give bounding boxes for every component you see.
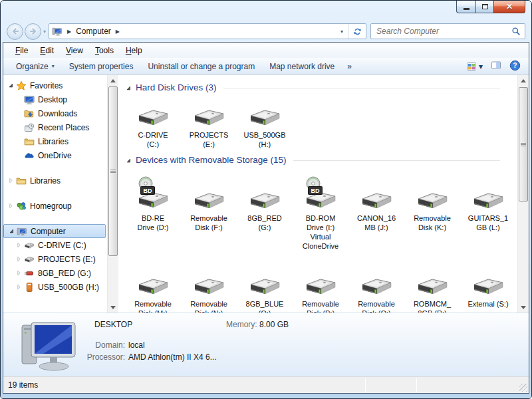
drive-item-bd-rom-drive-i-virtual-clonedrive[interactable]: BDBD-ROMDrive (I:)VirtualCloneDrive — [293, 174, 348, 251]
content-scrollbar[interactable] — [517, 75, 529, 313]
scroll-up-arrow[interactable] — [518, 75, 529, 86]
sidebar-item-libraries[interactable]: Libraries — [3, 134, 106, 148]
expander-open-icon[interactable] — [7, 226, 17, 236]
views-button[interactable]: ▾ — [466, 61, 483, 72]
expander-closed-icon[interactable] — [6, 201, 16, 211]
expander-open-icon[interactable] — [6, 80, 16, 90]
expander-closed-icon[interactable] — [14, 282, 24, 292]
menu-file[interactable]: File — [9, 46, 34, 55]
address-bar[interactable]: ▶ Computer ▶ ▾ — [49, 23, 366, 39]
drive-label: RemovableDisk (M:) — [134, 299, 172, 313]
refresh-icon — [352, 27, 362, 37]
expander-closed-icon[interactable] — [14, 268, 24, 278]
expander-closed-icon[interactable] — [14, 254, 24, 264]
drive-item-8gb-red-g[interactable]: 8GB_RED(G:) — [237, 174, 293, 232]
drive-item-removable-disk-k[interactable]: RemovableDisk (K:) — [404, 174, 460, 232]
breadcrumb-arrow-icon[interactable]: ▶ — [116, 29, 120, 35]
expander-spacer — [14, 122, 24, 132]
sidebar-item-usb-500gb-h[interactable]: USB_500GB (H:) — [3, 280, 106, 294]
client-area: FileEditViewToolsHelp Organize▾ System p… — [3, 42, 529, 394]
menu-tools[interactable]: Tools — [89, 46, 120, 55]
hdd-icon — [24, 240, 35, 251]
drive-item-removable-disk-m[interactable]: RemovableDisk (M:) — [125, 259, 181, 313]
sidebar-item-homegroup[interactable]: Homegroup — [3, 199, 106, 213]
drive-item-c-drive-c[interactable]: C-DRIVE(C:) — [125, 101, 181, 149]
drive-item-removable-disk-q[interactable]: RemovableDisk (Q:) — [348, 259, 404, 313]
group-header[interactable]: Devices with Removable Storage (15) — [125, 155, 517, 165]
sidebar-item-downloads[interactable]: Downloads — [3, 106, 106, 120]
system-properties-button[interactable]: System properties — [62, 62, 141, 71]
drive-item-canon-16-mb-j[interactable]: CANON_16MB (J:) — [348, 174, 404, 232]
preview-pane-button[interactable] — [491, 60, 501, 72]
drive-item-usb-500gb-h[interactable]: USB_500GB(H:) — [237, 101, 293, 149]
toolbar-overflow-button[interactable]: » — [342, 62, 357, 71]
resize-grip[interactable] — [519, 384, 527, 392]
drive-item-removable-disk-p[interactable]: RemovableDisk (P:) — [293, 259, 348, 313]
sidebar-item-computer[interactable]: Computer — [3, 224, 106, 238]
drive-item-bd-re-drive-d[interactable]: BDBD-REDrive (D:) — [125, 174, 181, 232]
drive-item-external-s[interactable]: External (S:) — [460, 259, 516, 309]
forward-button[interactable] — [25, 23, 41, 40]
sidebar-item-favorites[interactable]: Favorites — [3, 78, 106, 92]
back-button[interactable] — [7, 23, 23, 40]
recent-pages-dropdown[interactable]: ▾ — [43, 29, 46, 35]
close-button[interactable]: ✕ — [493, 1, 525, 13]
search-input[interactable] — [375, 26, 511, 37]
search-icon[interactable] — [511, 27, 521, 36]
address-dropdown-icon[interactable]: ▾ — [336, 29, 348, 35]
content-scrollbar-thumb[interactable] — [519, 87, 528, 201]
drive-item-removable-disk-n[interactable]: RemovableDisk (N:) — [181, 259, 237, 313]
maximize-button[interactable] — [475, 1, 493, 13]
sidebar-item-label: USB_500GB (H:) — [38, 283, 99, 292]
menu-help[interactable]: Help — [120, 46, 148, 55]
group-header[interactable]: Hard Disk Drives (3) — [125, 82, 517, 92]
help-button[interactable]: ? — [509, 60, 521, 73]
drive-item-robmcm-8gb-r[interactable]: ROBMCM_8GB (R:) — [404, 259, 460, 313]
scroll-down-arrow[interactable] — [518, 302, 529, 313]
drive-item-guitars-1-gb-l[interactable]: GUITARS_1GB (L:) — [460, 174, 516, 232]
drive-item-projects-e[interactable]: PROJECTS(E:) — [181, 101, 237, 149]
sidebar-item-c-drive-c[interactable]: C-DRIVE (C:) — [3, 238, 106, 252]
breadcrumb-computer[interactable]: Computer — [76, 27, 111, 36]
sidebar-item-8gb-red-g[interactable]: 8GB_RED (G:) — [3, 266, 106, 280]
sidebar-scrollbar[interactable] — [107, 75, 118, 313]
status-bar: 19 items — [3, 376, 529, 393]
group-collapse-icon[interactable] — [125, 156, 133, 164]
drive-item-removable-disk-f[interactable]: RemovableDisk (F:) — [181, 174, 237, 232]
map-network-drive-button[interactable]: Map network drive — [262, 62, 342, 71]
chevron-down-icon: ▾ — [52, 63, 55, 69]
bd-drive-icon: BD — [136, 174, 170, 212]
refresh-button[interactable] — [348, 24, 366, 39]
group-rule — [293, 160, 500, 161]
drive-icon — [359, 174, 394, 212]
sidebar-item-desktop[interactable]: Desktop — [3, 92, 106, 106]
drive-item-8gb-blue-o[interactable]: 8GB_BLUE(O:) — [237, 259, 293, 313]
drive-label: USB_500GB(H:) — [244, 130, 286, 149]
menu-view[interactable]: View — [60, 46, 89, 55]
scroll-down-arrow[interactable] — [108, 302, 118, 313]
search-box[interactable] — [370, 23, 525, 39]
expander-closed-icon[interactable] — [6, 176, 16, 186]
scroll-up-arrow[interactable] — [108, 75, 118, 86]
minimize-button[interactable] — [456, 1, 475, 13]
drive-icon — [247, 259, 282, 298]
sidebar-item-recent-places[interactable]: Recent Places — [3, 120, 106, 134]
homegroup-icon — [16, 201, 27, 211]
details-pane: DESKTOP Memory: 8.00 GB Domain:localProc… — [3, 313, 529, 376]
expander-closed-icon[interactable] — [14, 240, 24, 250]
drive-label: RemovableDisk (Q:) — [358, 299, 395, 313]
sidebar-scrollbar-thumb[interactable] — [108, 86, 118, 256]
sidebar-item-libraries[interactable]: Libraries — [3, 174, 106, 188]
preview-pane-icon — [491, 60, 501, 70]
sidebar-item-projects-e[interactable]: PROJECTS (E:) — [3, 252, 106, 266]
sidebar-item-onedrive[interactable]: OneDrive — [3, 148, 106, 162]
group-collapse-icon[interactable] — [125, 84, 133, 92]
breadcrumb-arrow-icon[interactable]: ▶ — [67, 29, 71, 35]
menu-edit[interactable]: Edit — [34, 46, 60, 55]
drive-label: BD-REDrive (D:) — [137, 213, 168, 232]
group-title: Hard Disk Drives (3) — [136, 82, 217, 92]
uninstall-or-change-a-program-button[interactable]: Uninstall or change a program — [140, 62, 262, 71]
drive-label: GUITARS_1GB (L:) — [468, 213, 508, 232]
memory-value: 8.00 GB — [259, 320, 289, 329]
organize-button[interactable]: Organize▾ — [9, 62, 62, 71]
